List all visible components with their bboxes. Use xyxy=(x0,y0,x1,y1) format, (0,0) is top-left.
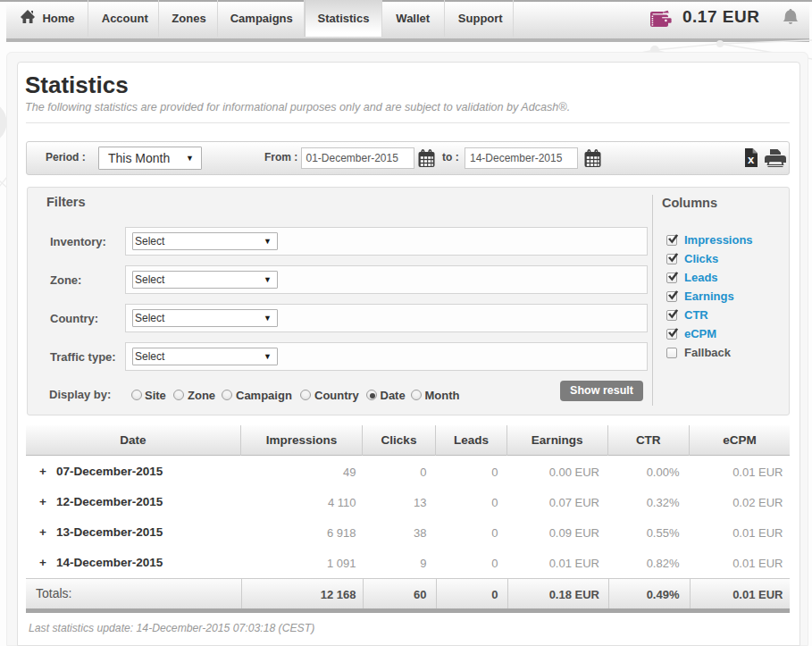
svg-text:x: x xyxy=(748,153,755,166)
